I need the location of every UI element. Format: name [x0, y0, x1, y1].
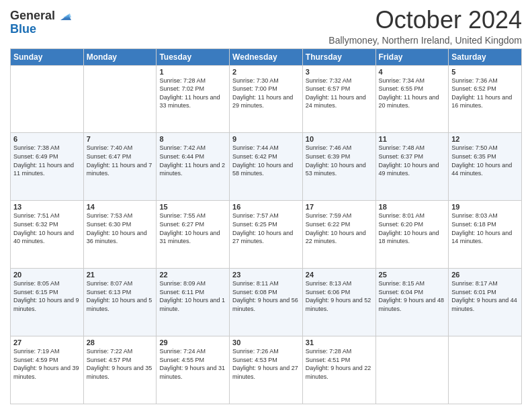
day-info: Sunrise: 7:48 AM Sunset: 6:37 PM Dayligh…: [379, 144, 446, 177]
day-number: 17: [306, 203, 373, 211]
logo-text-general: General: [10, 9, 55, 23]
day-info: Sunrise: 7:24 AM Sunset: 4:55 PM Dayligh…: [159, 347, 226, 381]
day-header-sunday: Sunday: [11, 48, 84, 65]
calendar-cell: 9Sunrise: 7:44 AM Sunset: 6:42 PM Daylig…: [230, 133, 303, 201]
day-number: 12: [451, 135, 519, 143]
day-info: Sunrise: 7:51 AM Sunset: 6:32 PM Dayligh…: [13, 212, 81, 245]
calendar-cell: [449, 336, 522, 404]
calendar-cell: 17Sunrise: 7:59 AM Sunset: 6:22 PM Dayli…: [302, 201, 375, 269]
calendar-cell: 5Sunrise: 7:36 AM Sunset: 6:52 PM Daylig…: [449, 65, 522, 133]
day-info: Sunrise: 7:26 AM Sunset: 4:53 PM Dayligh…: [232, 347, 300, 381]
day-info: Sunrise: 8:13 AM Sunset: 6:06 PM Dayligh…: [306, 279, 373, 313]
day-info: Sunrise: 8:03 AM Sunset: 6:18 PM Dayligh…: [451, 212, 519, 245]
day-info: Sunrise: 7:53 AM Sunset: 6:30 PM Dayligh…: [87, 212, 154, 245]
day-number: 6: [13, 135, 81, 143]
calendar-cell: 2Sunrise: 7:30 AM Sunset: 7:00 PM Daylig…: [230, 65, 303, 133]
day-number: 27: [13, 338, 81, 347]
calendar-cell: 12Sunrise: 7:50 AM Sunset: 6:35 PM Dayli…: [449, 133, 522, 201]
calendar-cell: 15Sunrise: 7:55 AM Sunset: 6:27 PM Dayli…: [157, 201, 230, 269]
calendar-cell: 27Sunrise: 7:19 AM Sunset: 4:59 PM Dayli…: [11, 336, 84, 404]
day-info: Sunrise: 7:36 AM Sunset: 6:52 PM Dayligh…: [451, 77, 519, 110]
logo-icon: [56, 8, 71, 23]
day-number: 18: [379, 203, 446, 211]
calendar-cell: 10Sunrise: 7:46 AM Sunset: 6:39 PM Dayli…: [302, 133, 375, 201]
logo-text-blue: Blue: [10, 22, 36, 36]
calendar-cell: 21Sunrise: 8:07 AM Sunset: 6:13 PM Dayli…: [83, 269, 157, 336]
calendar-cell: 25Sunrise: 8:15 AM Sunset: 6:04 PM Dayli…: [375, 269, 449, 336]
day-info: Sunrise: 7:46 AM Sunset: 6:39 PM Dayligh…: [306, 144, 373, 177]
day-header-wednesday: Wednesday: [230, 48, 303, 65]
calendar-cell: 26Sunrise: 8:17 AM Sunset: 6:01 PM Dayli…: [449, 269, 522, 336]
day-number: 29: [159, 338, 226, 347]
day-info: Sunrise: 7:34 AM Sunset: 6:55 PM Dayligh…: [379, 77, 446, 110]
day-info: Sunrise: 8:05 AM Sunset: 6:15 PM Dayligh…: [13, 279, 81, 313]
day-number: 1: [159, 68, 226, 76]
day-number: 16: [232, 203, 300, 211]
day-info: Sunrise: 7:22 AM Sunset: 4:57 PM Dayligh…: [87, 347, 154, 381]
calendar-cell: 23Sunrise: 8:11 AM Sunset: 6:08 PM Dayli…: [230, 269, 303, 336]
calendar-cell: [83, 65, 157, 133]
calendar-cell: 14Sunrise: 7:53 AM Sunset: 6:30 PM Dayli…: [83, 201, 157, 269]
calendar-week-4: 20Sunrise: 8:05 AM Sunset: 6:15 PM Dayli…: [11, 269, 522, 336]
day-info: Sunrise: 7:30 AM Sunset: 7:00 PM Dayligh…: [232, 77, 300, 110]
calendar-cell: 22Sunrise: 8:09 AM Sunset: 6:11 PM Dayli…: [157, 269, 230, 336]
calendar-cell: 19Sunrise: 8:03 AM Sunset: 6:18 PM Dayli…: [449, 201, 522, 269]
day-info: Sunrise: 8:09 AM Sunset: 6:11 PM Dayligh…: [159, 279, 226, 313]
day-info: Sunrise: 8:11 AM Sunset: 6:08 PM Dayligh…: [232, 279, 300, 313]
day-header-thursday: Thursday: [302, 48, 375, 65]
day-info: Sunrise: 7:50 AM Sunset: 6:35 PM Dayligh…: [451, 144, 519, 177]
calendar-cell: 31Sunrise: 7:28 AM Sunset: 4:51 PM Dayli…: [302, 336, 375, 404]
day-number: 14: [87, 203, 154, 211]
calendar-cell: 24Sunrise: 8:13 AM Sunset: 6:06 PM Dayli…: [302, 269, 375, 336]
day-info: Sunrise: 7:19 AM Sunset: 4:59 PM Dayligh…: [13, 347, 81, 381]
day-number: 21: [87, 271, 154, 279]
calendar-week-1: 1Sunrise: 7:28 AM Sunset: 7:02 PM Daylig…: [11, 65, 522, 133]
day-number: 8: [159, 135, 226, 143]
day-header-monday: Monday: [83, 48, 157, 65]
calendar-cell: 3Sunrise: 7:32 AM Sunset: 6:57 PM Daylig…: [302, 65, 375, 133]
day-info: Sunrise: 8:17 AM Sunset: 6:01 PM Dayligh…: [451, 279, 519, 313]
month-title: October 2024: [328, 7, 522, 34]
day-info: Sunrise: 8:07 AM Sunset: 6:13 PM Dayligh…: [87, 279, 154, 313]
calendar-cell: 1Sunrise: 7:28 AM Sunset: 7:02 PM Daylig…: [157, 65, 230, 133]
day-info: Sunrise: 7:28 AM Sunset: 4:51 PM Dayligh…: [306, 347, 373, 381]
day-number: 20: [13, 271, 81, 279]
day-number: 13: [13, 203, 81, 211]
calendar-cell: [11, 65, 84, 133]
day-number: 28: [87, 338, 154, 347]
logo: General Blue: [10, 9, 71, 36]
day-info: Sunrise: 8:01 AM Sunset: 6:20 PM Dayligh…: [379, 212, 446, 245]
day-info: Sunrise: 7:44 AM Sunset: 6:42 PM Dayligh…: [232, 144, 300, 177]
calendar-cell: 30Sunrise: 7:26 AM Sunset: 4:53 PM Dayli…: [230, 336, 303, 404]
calendar-cell: 11Sunrise: 7:48 AM Sunset: 6:37 PM Dayli…: [375, 133, 449, 201]
calendar-cell: 8Sunrise: 7:42 AM Sunset: 6:44 PM Daylig…: [157, 133, 230, 201]
day-number: 23: [232, 271, 300, 279]
calendar-cell: 28Sunrise: 7:22 AM Sunset: 4:57 PM Dayli…: [83, 336, 157, 404]
calendar-week-2: 6Sunrise: 7:38 AM Sunset: 6:49 PM Daylig…: [11, 133, 522, 201]
day-info: Sunrise: 7:57 AM Sunset: 6:25 PM Dayligh…: [232, 212, 300, 245]
calendar-cell: 16Sunrise: 7:57 AM Sunset: 6:25 PM Dayli…: [230, 201, 303, 269]
day-number: 30: [232, 338, 300, 347]
calendar-cell: 13Sunrise: 7:51 AM Sunset: 6:32 PM Dayli…: [11, 201, 84, 269]
calendar-cell: 6Sunrise: 7:38 AM Sunset: 6:49 PM Daylig…: [11, 133, 84, 201]
calendar-cell: 7Sunrise: 7:40 AM Sunset: 6:47 PM Daylig…: [83, 133, 157, 201]
day-info: Sunrise: 7:28 AM Sunset: 7:02 PM Dayligh…: [159, 77, 226, 110]
title-block: October 2024 Ballymoney, Northern Irelan…: [328, 7, 522, 46]
calendar-cell: 20Sunrise: 8:05 AM Sunset: 6:15 PM Dayli…: [11, 269, 84, 336]
svg-marker-1: [63, 13, 71, 17]
day-info: Sunrise: 7:55 AM Sunset: 6:27 PM Dayligh…: [159, 212, 226, 245]
day-number: 26: [451, 271, 519, 279]
day-number: 4: [379, 68, 446, 76]
day-number: 3: [306, 68, 373, 76]
day-number: 22: [159, 271, 226, 279]
day-number: 9: [232, 135, 300, 143]
calendar-cell: 29Sunrise: 7:24 AM Sunset: 4:55 PM Dayli…: [157, 336, 230, 404]
day-header-tuesday: Tuesday: [157, 48, 230, 65]
day-number: 11: [379, 135, 446, 143]
calendar-cell: 4Sunrise: 7:34 AM Sunset: 6:55 PM Daylig…: [375, 65, 449, 133]
day-number: 5: [451, 68, 519, 76]
day-info: Sunrise: 7:42 AM Sunset: 6:44 PM Dayligh…: [159, 144, 226, 177]
day-number: 25: [379, 271, 446, 279]
calendar-table: SundayMondayTuesdayWednesdayThursdayFrid…: [10, 48, 522, 404]
day-header-saturday: Saturday: [449, 48, 522, 65]
